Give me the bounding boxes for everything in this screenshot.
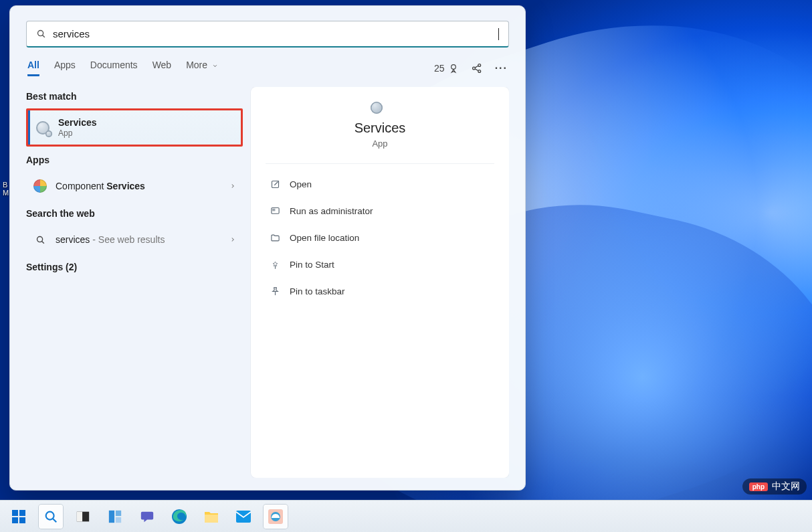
tab-more[interactable]: More	[186, 60, 218, 76]
section-settings: Settings (2)	[26, 262, 243, 272]
search-icon	[33, 232, 47, 247]
svg-point-3	[472, 67, 475, 70]
best-match-text: Services App	[58, 117, 97, 138]
preview-actions: Open Run as administrator Open file loca…	[251, 164, 509, 311]
best-match-highlight: Services App	[26, 108, 243, 147]
desktop-icon-label: BM	[3, 181, 9, 197]
taskbar-chat[interactable]	[135, 505, 159, 529]
web-result-services[interactable]: services - See web results	[26, 226, 243, 254]
svg-point-0	[38, 31, 43, 36]
taskbar-search-button[interactable]	[39, 505, 63, 529]
taskbar-edge[interactable]	[167, 505, 191, 529]
svg-point-4	[478, 64, 481, 66]
folder-icon	[270, 232, 280, 243]
taskbar-task-view[interactable]	[71, 505, 95, 529]
taskbar-widgets[interactable]	[103, 505, 127, 529]
action-open[interactable]: Open	[266, 173, 494, 195]
watermark-text: 中文网	[772, 480, 800, 493]
label-highlight: Services	[106, 181, 145, 191]
action-run-administrator[interactable]: Run as administrator	[266, 200, 494, 221]
action-open-file-location[interactable]: Open file location	[266, 227, 494, 248]
list-item-label: Component Services	[56, 181, 145, 191]
watermark-badge: php	[749, 482, 768, 491]
svg-rect-23	[109, 510, 114, 522]
rewards-points: 25	[434, 63, 445, 74]
svg-point-8	[37, 236, 42, 242]
results-area: Best match Services App Apps Component S…	[26, 87, 509, 478]
taskbar-mail[interactable]	[231, 505, 256, 529]
svg-line-1	[43, 35, 45, 37]
tab-web[interactable]: Web	[153, 60, 172, 76]
shield-icon	[270, 205, 280, 216]
share-icon[interactable]	[471, 62, 483, 74]
svg-rect-17	[12, 517, 18, 523]
svg-rect-22	[77, 511, 82, 521]
preview-header: Services App	[266, 87, 494, 164]
tab-documents[interactable]: Documents	[90, 60, 138, 76]
action-label: Open	[290, 179, 312, 189]
web-query: services	[56, 234, 90, 245]
tab-all[interactable]: All	[27, 60, 39, 76]
svg-line-20	[53, 518, 56, 521]
action-label: Pin to taskbar	[290, 286, 345, 296]
best-match-title: Services	[58, 117, 97, 128]
best-match-subtitle: App	[58, 128, 97, 138]
svg-point-2	[451, 64, 455, 69]
chevron-right-icon	[229, 183, 236, 189]
filter-tabs: All Apps Documents Web More	[27, 60, 218, 76]
watermark: php 中文网	[742, 478, 807, 495]
taskbar	[0, 500, 812, 532]
svg-rect-24	[116, 510, 121, 515]
results-left-column: Best match Services App Apps Component S…	[26, 87, 243, 478]
svg-point-5	[478, 70, 481, 72]
svg-line-6	[475, 66, 478, 68]
preview-subtitle: App	[372, 139, 387, 149]
svg-line-9	[41, 241, 43, 243]
section-search-web: Search the web	[26, 208, 243, 219]
svg-rect-27	[205, 515, 218, 523]
section-best-match: Best match	[26, 91, 243, 102]
text-cursor	[498, 28, 499, 40]
medal-icon	[448, 63, 459, 74]
label-prefix: Component	[56, 181, 106, 191]
svg-rect-15	[12, 510, 18, 516]
best-match-item[interactable]: Services App	[28, 110, 241, 145]
filter-row: All Apps Documents Web More 25 ···	[26, 60, 509, 76]
more-icon[interactable]: ···	[495, 62, 508, 74]
list-item-label: services - See web results	[56, 234, 165, 245]
preview-panel: Services App Open Run as administrator	[251, 87, 509, 478]
rewards-button[interactable]: 25	[434, 63, 459, 74]
svg-rect-18	[19, 517, 25, 523]
web-suffix: - See web results	[90, 234, 165, 245]
action-pin-taskbar[interactable]: Pin to taskbar	[266, 280, 494, 302]
taskbar-app-pinned[interactable]	[264, 505, 288, 529]
search-icon	[36, 29, 46, 39]
svg-rect-12	[272, 209, 274, 211]
svg-line-7	[475, 68, 478, 70]
open-icon	[270, 179, 280, 189]
search-input[interactable]: services	[53, 28, 498, 39]
svg-rect-16	[19, 510, 25, 516]
pin-icon	[270, 286, 280, 296]
component-services-icon	[33, 179, 47, 193]
svg-rect-25	[116, 517, 121, 522]
action-label: Pin to Start	[290, 260, 334, 270]
action-label: Open file location	[290, 233, 359, 243]
tab-apps[interactable]: Apps	[54, 60, 76, 76]
start-search-flyout: services All Apps Documents Web More 25 …	[9, 5, 526, 491]
taskbar-file-explorer[interactable]	[199, 505, 223, 529]
section-apps: Apps	[26, 155, 243, 165]
svg-point-19	[46, 511, 54, 519]
action-label: Run as administrator	[290, 206, 373, 216]
action-pin-start[interactable]: Pin to Start	[266, 254, 494, 275]
chevron-right-icon	[229, 236, 236, 243]
preview-title: Services	[354, 120, 406, 136]
services-icon	[35, 120, 50, 135]
start-button[interactable]	[7, 505, 31, 529]
filter-actions: 25 ···	[434, 62, 508, 74]
tab-more-label: More	[186, 60, 207, 70]
app-result-component-services[interactable]: Component Services	[26, 172, 243, 200]
pin-icon	[270, 259, 280, 270]
search-box[interactable]: services	[26, 21, 509, 48]
